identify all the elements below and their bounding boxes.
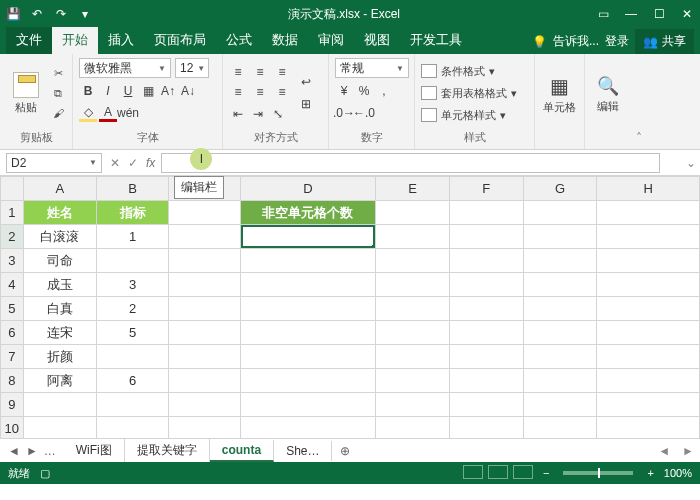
row-header[interactable]: 4 [1,273,24,297]
cell[interactable] [169,273,241,297]
select-all-corner[interactable] [1,177,24,201]
font-name-combo[interactable]: 微软雅黑▼ [79,58,171,78]
cell[interactable] [376,249,450,273]
col-header-D[interactable]: D [240,177,375,201]
cell[interactable]: 白滚滚 [23,225,97,249]
cell[interactable] [449,201,523,225]
cell[interactable] [449,321,523,345]
cell[interactable] [523,273,597,297]
cell[interactable] [169,321,241,345]
minimize-icon[interactable]: — [624,7,638,21]
row-header[interactable]: 8 [1,369,24,393]
col-header-G[interactable]: G [523,177,597,201]
formula-bar[interactable]: I 编辑栏 [161,153,660,173]
cells-button[interactable]: ▦单元格 [541,58,578,131]
cell[interactable] [449,417,523,439]
italic-button[interactable]: I [99,82,117,100]
sheet-tab[interactable]: WiFi图 [64,439,125,462]
cell[interactable] [597,225,700,249]
cell[interactable] [449,249,523,273]
col-header-H[interactable]: H [597,177,700,201]
wrap-text-icon[interactable]: ↩ [297,73,315,91]
cell[interactable] [169,369,241,393]
cell[interactable] [240,369,375,393]
cell[interactable] [376,201,450,225]
sheet-nav-next-icon[interactable]: ► [26,444,38,458]
cell[interactable]: 2 [97,297,169,321]
align-top-icon[interactable]: ≡ [229,63,247,81]
cell[interactable] [376,297,450,321]
sheet-tab-active[interactable]: counta [210,440,274,462]
cell[interactable] [523,393,597,417]
cell[interactable] [523,321,597,345]
share-button[interactable]: 👥 共享 [635,29,694,54]
qat-more-icon[interactable]: ▾ [78,7,92,21]
fill-color-button[interactable]: ◇ [79,104,97,122]
cell[interactable] [597,297,700,321]
cell[interactable] [523,249,597,273]
fx-icon[interactable]: fx [146,156,155,170]
worksheet-grid[interactable]: A B C D E F G H 1 姓名 指标 非空单元格个数 2 白滚滚1 3… [0,176,700,438]
cell[interactable] [97,393,169,417]
font-size-combo[interactable]: 12▼ [175,58,209,78]
col-header-A[interactable]: A [23,177,97,201]
cell[interactable] [169,297,241,321]
cell[interactable] [597,393,700,417]
format-as-table-button[interactable]: 套用表格格式 ▾ [421,83,528,103]
tab-home[interactable]: 开始 [52,27,98,54]
font-color-button[interactable]: A [99,104,117,122]
cut-icon[interactable]: ✂ [50,65,66,81]
undo-icon[interactable]: ↶ [30,7,44,21]
row-header[interactable]: 1 [1,201,24,225]
cell[interactable] [597,369,700,393]
zoom-in-icon[interactable]: + [647,467,653,479]
cell[interactable] [97,345,169,369]
zoom-out-icon[interactable]: − [543,467,549,479]
cell[interactable] [169,393,241,417]
cell[interactable]: 6 [97,369,169,393]
align-right-icon[interactable]: ≡ [273,83,291,101]
cell[interactable] [376,393,450,417]
shrink-font-icon[interactable]: A↓ [179,82,197,100]
cell[interactable] [169,345,241,369]
cell[interactable] [169,201,241,225]
row-header[interactable]: 10 [1,417,24,439]
cell[interactable] [523,297,597,321]
expand-formula-bar-icon[interactable]: ⌄ [682,156,700,170]
cell[interactable] [597,321,700,345]
zoom-slider[interactable] [563,471,633,475]
cell[interactable] [523,417,597,439]
number-format-combo[interactable]: 常规▼ [335,58,409,78]
col-header-B[interactable]: B [97,177,169,201]
maximize-icon[interactable]: ☐ [652,7,666,21]
cell[interactable] [523,225,597,249]
cell[interactable] [240,393,375,417]
name-box[interactable]: D2▼ [6,153,102,173]
zoom-level[interactable]: 100% [664,467,692,479]
cell[interactable]: 阿离 [23,369,97,393]
sheet-nav-prev-icon[interactable]: ◄ [8,444,20,458]
redo-icon[interactable]: ↷ [54,7,68,21]
cell[interactable] [597,273,700,297]
close-icon[interactable]: ✕ [680,7,694,21]
cell[interactable] [523,369,597,393]
cell[interactable] [449,369,523,393]
cell[interactable] [240,321,375,345]
tab-review[interactable]: 审阅 [308,27,354,54]
cell[interactable] [597,249,700,273]
cell[interactable] [169,225,241,249]
horizontal-scroll-left-icon[interactable]: ◄ [652,444,676,458]
active-cell[interactable] [240,225,375,249]
cancel-formula-icon[interactable]: ✕ [110,156,120,170]
cell[interactable]: 5 [97,321,169,345]
cell[interactable] [597,201,700,225]
cell[interactable] [240,297,375,321]
decrease-decimal-icon[interactable]: ←.0 [355,104,373,122]
tab-data[interactable]: 数据 [262,27,308,54]
login-link[interactable]: 登录 [605,33,629,50]
increase-indent-icon[interactable]: ⇥ [249,105,267,123]
cell[interactable] [169,417,241,439]
phonetic-button[interactable]: wén [119,104,137,122]
cell[interactable] [376,273,450,297]
sheet-tab[interactable]: She… [274,441,332,461]
